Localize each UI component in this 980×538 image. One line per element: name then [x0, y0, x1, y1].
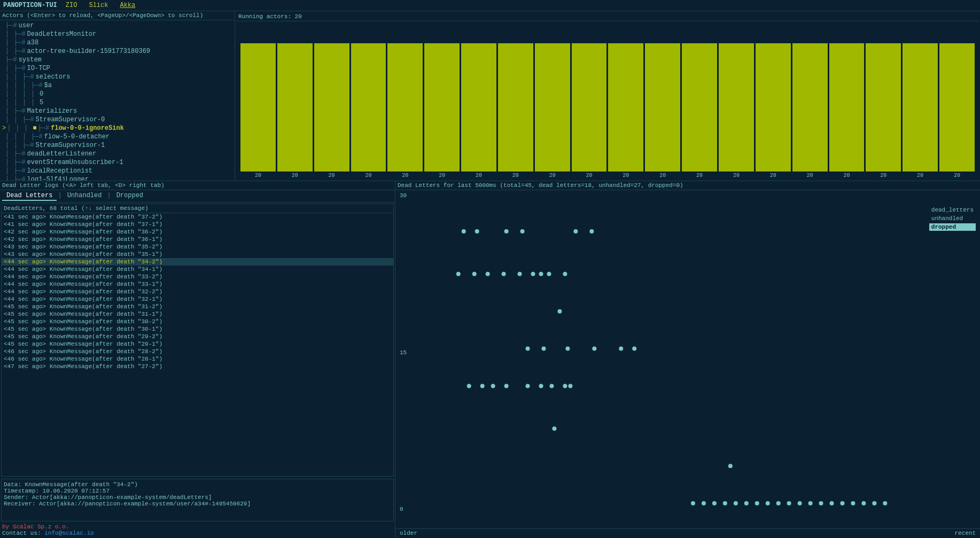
- tree-item[interactable]: │├─#Materializers: [0, 107, 235, 115]
- log-entry[interactable]: <43 sec ago> KnownMessage(after death "3…: [2, 243, 393, 251]
- tree-item[interactable]: ││││0: [0, 90, 235, 98]
- dead-letters-list[interactable]: <41 sec ago> KnownMessage(after death "3…: [2, 213, 393, 472]
- tree-item[interactable]: │├─#DeadLettersMonitor: [0, 30, 235, 38]
- svg-point-46: [830, 501, 834, 505]
- bar: [351, 43, 386, 171]
- log-entry[interactable]: <46 sec ago> KnownMessage(after death "2…: [2, 355, 393, 363]
- tree-item[interactable]: │├─#log1-Slf4jLogger: [0, 175, 235, 181]
- entry-msg: KnownMessage(after death "37-1"): [50, 221, 162, 228]
- svg-point-24: [491, 384, 495, 388]
- dl-chart-svg: [400, 192, 976, 526]
- log-entry[interactable]: <45 sec ago> KnownMessage(after death "3…: [2, 310, 393, 318]
- log-entry[interactable]: <42 sec ago> KnownMessage(after death "3…: [2, 236, 393, 243]
- connector: ├─#: [14, 107, 26, 115]
- tree-item[interactable]: ││││5: [0, 98, 235, 107]
- log-entry[interactable]: <45 sec ago> KnownMessage(after death "3…: [2, 303, 393, 310]
- bar: [829, 43, 865, 171]
- log-entry[interactable]: <44 sec ago> KnownMessage(after death "3…: [2, 280, 393, 288]
- contact-email: info@scalac.io: [44, 530, 94, 536]
- connector: ├─#: [5, 22, 17, 29]
- svg-point-10: [518, 272, 522, 276]
- log-entry[interactable]: <44 sec ago> KnownMessage(after death "3…: [2, 288, 393, 295]
- y-label-15: 15: [400, 349, 407, 356]
- log-entry[interactable]: <41 sec ago> KnownMessage(after death "3…: [2, 221, 393, 228]
- log-entry[interactable]: <42 sec ago> KnownMessage(after death "3…: [2, 228, 393, 236]
- tab-slick[interactable]: Slick: [85, 1, 111, 10]
- tree-label: DeadLettersMonitor: [27, 30, 97, 38]
- tree-label: StreamSupervisor-1: [36, 142, 105, 149]
- svg-point-30: [568, 384, 572, 388]
- tab-zio[interactable]: ZIO: [63, 1, 81, 10]
- tree-item[interactable]: ├─#user: [0, 21, 235, 30]
- log-entry[interactable]: <45 sec ago> KnownMessage(after death "3…: [2, 318, 393, 325]
- tab-dropped[interactable]: Dropped: [112, 191, 147, 201]
- svg-point-39: [755, 501, 759, 505]
- svg-point-47: [840, 501, 844, 505]
- log-entry[interactable]: <44 sec ago> KnownMessage(after death "3…: [2, 273, 393, 280]
- tree-item[interactable]: │││├─#$a: [0, 81, 235, 90]
- svg-point-38: [744, 501, 749, 505]
- entry-msg: KnownMessage(after death "34-2"): [50, 259, 162, 265]
- entry-msg: KnownMessage(after death "33-1"): [50, 281, 162, 287]
- entry-msg: KnownMessage(after death "28-1"): [50, 356, 162, 362]
- time-recent: recent: [954, 530, 976, 536]
- tree-item[interactable]: │├─#eventStreamUnsubscriber-1: [0, 158, 235, 167]
- bar-label: 20: [498, 173, 533, 178]
- legend-dead-letters[interactable]: dead_letters: [929, 206, 976, 214]
- log-entry[interactable]: <44 sec ago> KnownMessage(after death "3…: [2, 295, 393, 303]
- tree-arrow: >: [2, 124, 6, 132]
- dead-letters-panel: DeadLetters, 68 total (↑↓ select message…: [1, 204, 394, 477]
- tree-item[interactable]: ││├─#StreamSupervisor-0: [0, 115, 235, 124]
- log-tabs: Dead Letters | Unhandled | Dropped: [0, 190, 395, 202]
- log-entry[interactable]: <44 sec ago> KnownMessage(after death "3…: [2, 258, 393, 266]
- tree-item[interactable]: │├─#actor-tree-builder-1591773180369: [0, 47, 235, 56]
- bar-label: 20: [645, 173, 680, 178]
- bar: [608, 43, 643, 171]
- tree-item[interactable]: │├─#deadLetterListener: [0, 150, 235, 158]
- tree-item[interactable]: │├─#a38: [0, 38, 235, 47]
- tab-akka[interactable]: Akka: [116, 1, 138, 10]
- svg-point-12: [539, 272, 543, 276]
- log-entry[interactable]: <43 sec ago> KnownMessage(after death "3…: [2, 251, 393, 258]
- log-entry[interactable]: <41 sec ago> KnownMessage(after death "3…: [2, 213, 393, 221]
- log-entry[interactable]: <44 sec ago> KnownMessage(after death "3…: [2, 266, 393, 273]
- legend-unhandled[interactable]: unhandled: [929, 215, 976, 222]
- svg-point-2: [504, 229, 509, 233]
- tree-item[interactable]: ├─#system: [0, 56, 235, 64]
- entry-time: <41 sec ago>: [4, 221, 50, 228]
- tree-label: system: [19, 56, 42, 64]
- entry-msg: KnownMessage(after death "30-2"): [50, 318, 162, 325]
- bar-label: 20: [351, 173, 386, 178]
- tree-item[interactable]: >│││■├─#flow-0-0-ignoreSink: [0, 124, 235, 132]
- svg-point-3: [520, 229, 525, 233]
- chart-panel: Running actors: 20 202020202020202020202…: [235, 11, 980, 181]
- connector: ├─#: [14, 39, 26, 46]
- log-entry[interactable]: <45 sec ago> KnownMessage(after death "2…: [2, 333, 393, 340]
- bar-label: 20: [719, 173, 754, 178]
- tree-item[interactable]: │├─#localReceptionist: [0, 167, 235, 175]
- tree-item[interactable]: ││├─#StreamSupervisor-1: [0, 141, 235, 150]
- log-entry[interactable]: <46 sec ago> KnownMessage(after death "2…: [2, 348, 393, 355]
- bar: [498, 43, 533, 171]
- connector: ├─#: [14, 65, 26, 72]
- svg-point-41: [776, 501, 781, 505]
- tab-sep-2: |: [106, 191, 112, 201]
- svg-point-27: [539, 384, 543, 388]
- tree-item[interactable]: ││├─#selectors: [0, 73, 235, 81]
- tree-item[interactable]: │├─#IO-TCP: [0, 64, 235, 73]
- tab-unhandled[interactable]: Unhandled: [63, 191, 106, 201]
- entry-msg: KnownMessage(after death "37-2"): [50, 214, 162, 220]
- tab-dead-letters[interactable]: Dead Letters: [2, 191, 57, 201]
- tree-label: deadLetterListener: [27, 150, 97, 158]
- dl-legend: dead_letters unhandled dropped: [929, 206, 976, 231]
- detail-data: Data: KnownMessage(after death "34-2"): [4, 481, 391, 488]
- log-entry[interactable]: <45 sec ago> KnownMessage(after death "3…: [2, 325, 393, 333]
- right-panel: Dead Letters for last 5000ms (total=45, …: [395, 181, 980, 537]
- legend-dropped[interactable]: dropped: [929, 223, 976, 231]
- bar-label: 20: [424, 173, 460, 178]
- detail-sender: Sender: Actor[akka://panopticon-example-…: [4, 494, 391, 501]
- svg-point-17: [542, 347, 546, 351]
- tree-item[interactable]: │││├─#flow-5-0-detacher: [0, 132, 235, 141]
- log-entry[interactable]: <47 sec ago> KnownMessage(after death "2…: [2, 363, 393, 370]
- log-entry[interactable]: <45 sec ago> KnownMessage(after death "2…: [2, 340, 393, 348]
